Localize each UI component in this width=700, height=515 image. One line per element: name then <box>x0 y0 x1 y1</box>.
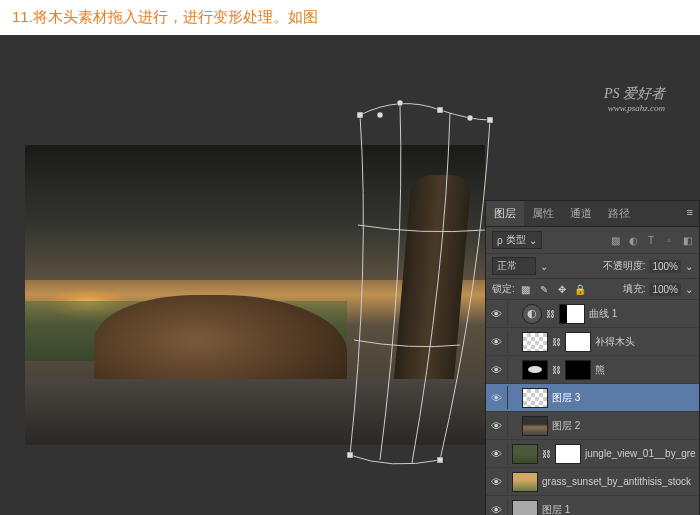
layer-thumb[interactable] <box>522 332 548 352</box>
tab-layers[interactable]: 图层 <box>486 201 524 226</box>
curves-adjustment-icon: ◐ <box>522 304 542 324</box>
watermark-url: www.psahz.com <box>604 103 665 113</box>
tab-channels[interactable]: 通道 <box>562 201 600 226</box>
layer-thumb[interactable] <box>522 416 548 436</box>
layer-name[interactable]: 图层 1 <box>542 503 570 516</box>
watermark-title: PS 爱好者 <box>604 86 665 101</box>
rock-foreground <box>25 379 485 445</box>
lock-all-icon[interactable]: 🔒 <box>573 282 587 296</box>
svg-rect-2 <box>487 117 493 123</box>
visibility-eye-icon[interactable]: 👁 <box>491 420 502 432</box>
visibility-eye-icon[interactable]: 👁 <box>491 364 502 376</box>
fill-chevron-icon[interactable]: ⌄ <box>685 284 693 295</box>
visibility-eye-icon[interactable]: 👁 <box>491 448 502 460</box>
layer-row[interactable]: 👁 图层 3 <box>486 384 699 412</box>
layer-row[interactable]: 👁 图层 1 <box>486 496 699 515</box>
visibility-eye-icon[interactable]: 👁 <box>491 336 502 348</box>
blend-mode-select[interactable]: 正常 <box>492 257 536 275</box>
panel-menu-icon[interactable]: ≡ <box>681 201 699 226</box>
layer-thumb[interactable] <box>522 360 548 380</box>
layer-row[interactable]: 👁 ⛓ 熊 <box>486 356 699 384</box>
panel-tabs: 图层 属性 通道 路径 ≡ <box>486 201 699 227</box>
layer-name[interactable]: 图层 3 <box>552 391 580 405</box>
lock-label: 锁定: <box>492 282 515 296</box>
layer-name[interactable]: 曲线 1 <box>589 307 617 321</box>
filter-smart-icon[interactable]: ◧ <box>681 234 693 246</box>
layer-mask-thumb[interactable] <box>555 444 581 464</box>
layer-name[interactable]: jungle_view_01__by_gre <box>585 448 696 459</box>
link-icon: ⛓ <box>552 365 561 375</box>
layer-mask-thumb[interactable] <box>565 332 591 352</box>
layer-row[interactable]: 👁 grass_sunset_by_antithisis_stock <box>486 468 699 496</box>
layer-filter-row: ρ 类型 ⌄ ▩ ◐ T ▫ ◧ <box>486 227 699 254</box>
layer-name[interactable]: grass_sunset_by_antithisis_stock <box>542 476 691 487</box>
svg-rect-4 <box>437 457 443 463</box>
composite-image[interactable] <box>25 145 485 445</box>
filter-shape-icon[interactable]: ▫ <box>663 234 675 246</box>
filter-type-icon[interactable]: T <box>645 234 657 246</box>
filter-adjust-icon[interactable]: ◐ <box>627 234 639 246</box>
layer-thumb[interactable] <box>512 444 538 464</box>
layer-thumb[interactable] <box>512 500 538 516</box>
opacity-value[interactable]: 100% <box>649 260 681 273</box>
fill-label: 填充: <box>623 282 646 296</box>
layer-row[interactable]: 👁 ◐ ⛓ 曲线 1 <box>486 300 699 328</box>
layer-thumb[interactable] <box>512 472 538 492</box>
layer-mask-thumb[interactable] <box>559 304 585 324</box>
lock-position-icon[interactable]: ✥ <box>555 282 569 296</box>
layer-row[interactable]: 👁 ⛓ jungle_view_01__by_gre <box>486 440 699 468</box>
fill-value[interactable]: 100% <box>649 283 681 296</box>
svg-rect-1 <box>437 107 443 113</box>
lock-pixels-icon[interactable]: ✎ <box>537 282 551 296</box>
tab-paths[interactable]: 路径 <box>600 201 638 226</box>
opacity-chevron-icon[interactable]: ⌄ <box>685 261 693 272</box>
layer-thumb[interactable] <box>522 388 548 408</box>
link-icon: ⛓ <box>552 337 561 347</box>
layer-mask-thumb[interactable] <box>565 360 591 380</box>
opacity-label: 不透明度: <box>603 259 646 273</box>
layers-panel: 图层 属性 通道 路径 ≡ ρ 类型 ⌄ ▩ ◐ T ▫ ◧ 正常 ⌄ 不透明度… <box>485 200 700 515</box>
filter-type-select[interactable]: ρ 类型 ⌄ <box>492 231 542 249</box>
lock-transparency-icon[interactable]: ▩ <box>519 282 533 296</box>
svg-point-7 <box>377 112 383 118</box>
svg-rect-0 <box>357 112 363 118</box>
layer-row[interactable]: 👁 ⛓ 补得木头 <box>486 328 699 356</box>
blend-opacity-row: 正常 ⌄ 不透明度: 100% ⌄ <box>486 254 699 279</box>
layer-name[interactable]: 图层 2 <box>552 419 580 433</box>
svg-rect-3 <box>347 452 353 458</box>
svg-point-6 <box>467 115 473 121</box>
layer-name[interactable]: 补得木头 <box>595 335 635 349</box>
layer-list: 👁 ◐ ⛓ 曲线 1 👁 ⛓ 补得木头 👁 <box>486 300 699 515</box>
tutorial-step-text: 11.将木头素材拖入进行，进行变形处理。如图 <box>0 0 700 35</box>
layer-row[interactable]: 👁 图层 2 <box>486 412 699 440</box>
photoshop-canvas: PS 爱好者 www.psahz.com 图层 属性 通道 <box>0 35 700 515</box>
lock-fill-row: 锁定: ▩ ✎ ✥ 🔒 填充: 100% ⌄ <box>486 279 699 300</box>
visibility-eye-icon[interactable]: 👁 <box>491 504 502 516</box>
visibility-eye-icon[interactable]: 👁 <box>491 392 502 404</box>
watermark: PS 爱好者 www.psahz.com <box>604 85 665 113</box>
visibility-eye-icon[interactable]: 👁 <box>491 308 502 320</box>
filter-pixel-icon[interactable]: ▩ <box>609 234 621 246</box>
link-icon: ⛓ <box>546 309 555 319</box>
layer-name[interactable]: 熊 <box>595 363 605 377</box>
link-icon: ⛓ <box>542 449 551 459</box>
visibility-eye-icon[interactable]: 👁 <box>491 476 502 488</box>
tab-properties[interactable]: 属性 <box>524 201 562 226</box>
svg-point-5 <box>397 100 403 106</box>
